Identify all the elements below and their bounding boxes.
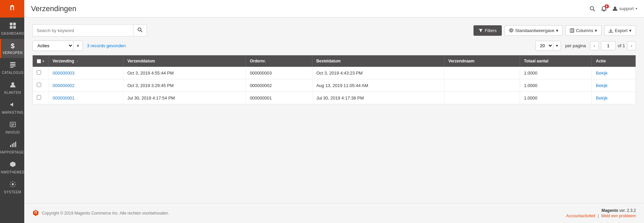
svg-rect-13 [10,145,11,147]
toolbar-right: Filters Standaardweergave ▾ Columns ▾ Ex… [473,25,636,36]
sort-icon-verzending[interactable]: ↑ [76,59,78,63]
page-content: Filters Standaardweergave ▾ Columns ▾ Ex… [24,18,644,203]
row-ordernr: 000000001 [246,92,312,104]
inhoud-icon [9,121,16,130]
row-besteldatum: Oct 3, 2019 4:43:23 PM [312,67,444,79]
table-header-row: ▾ Verzending ↑ Verzenddatum Ordernr. Be [33,55,636,67]
search-submit-button[interactable] [133,25,147,36]
sidebar-item-label: NwdThemes [1,170,24,174]
svg-rect-4 [10,62,16,63]
klanten-icon [9,81,16,90]
search-input[interactable] [33,25,133,36]
next-page-button[interactable]: › [627,41,636,50]
header-actions: 6 support ▾ [589,6,637,12]
view-chevron-icon: ▾ [556,28,558,33]
footer-separator: | [598,214,599,218]
col-totaal-aantal: Totaal aantal [520,55,591,67]
report-problem-link[interactable]: Meld een probleem [601,214,636,218]
view-label: Standaardweergave [515,28,554,33]
action-bar: Acties ▾ 3 records gevonden 20 ▾ per pag… [32,40,636,51]
sidebar-item-verkopen[interactable]: $ Verkopen [0,39,24,58]
filter-button[interactable]: Filters [473,25,501,36]
sidebar-item-inhoud[interactable]: Inhoud [0,118,24,138]
row-ordernr: 000000002 [246,79,312,92]
svg-rect-2 [10,26,12,29]
col-actie-label: Actie [596,59,606,63]
search-box [32,24,147,36]
sidebar-item-rapportages[interactable]: Rapportages [0,138,24,158]
columns-label: Columns [576,28,593,33]
row-ordernr: 000000003 [246,67,312,79]
row-besteldatum: Aug 13, 2019 11:05:44 AM [312,79,444,92]
row-actie: Bekijk [592,67,636,79]
nwdthemes-icon [9,161,16,169]
systeem-icon [9,181,16,189]
per-page-select-wrapper: 20 ▾ [535,41,561,51]
magento-version: Magento ver. 2.3.2 [566,208,636,213]
columns-chevron-icon: ▾ [595,28,597,33]
col-verzenddatum-label: Verzenddatum [127,59,155,63]
svg-point-8 [11,82,14,85]
search-button[interactable] [589,6,595,12]
view-button[interactable]: Standaardweergave ▾ [504,25,563,36]
svg-rect-5 [10,64,16,65]
col-besteldatum-label: Besteldatum [316,59,341,63]
svg-rect-0 [10,23,12,25]
select-all-dropdown-icon[interactable]: ▾ [42,59,44,63]
sidebar-item-marketing[interactable]: Marketing [0,98,24,118]
catalogus-icon [9,61,16,70]
row-besteldatum: Jul 30, 2019 4:17:38 PM [312,92,444,104]
per-page-select[interactable]: 20 [536,41,553,50]
svg-line-23 [141,31,143,32]
row-totaal-aantal: 1.0000 [520,92,591,104]
col-verzendnaam-label: Verzendnaam [449,59,474,63]
user-menu-button[interactable]: support ▾ [612,6,637,11]
account-activity-link[interactable]: Accountactiviteit [566,214,595,218]
row-actie: Bekijk [592,92,636,104]
row-checkbox-cell [33,67,49,79]
col-verzending: Verzending ↑ [49,55,123,67]
table-row: 000000003 Oct 3, 2019 4:55:44 PM 0000000… [33,67,636,79]
row-checkbox[interactable] [37,95,41,100]
sidebar-item-klanten[interactable]: Klanten [0,78,24,98]
actions-select[interactable]: Acties [33,41,73,51]
verzending-link[interactable]: 000000002 [53,83,74,88]
footer-links: Accountactiviteit | Meld een probleem [566,214,636,218]
toolbar: Filters Standaardweergave ▾ Columns ▾ Ex… [32,24,636,36]
footer-right: Magento ver. 2.3.2 Accountactiviteit | M… [566,208,636,218]
sidebar-item-systeem[interactable]: Systeem [0,177,24,197]
page-total: of 1 [618,43,625,48]
row-checkbox[interactable] [37,83,41,87]
row-checkbox-cell [33,92,49,104]
row-checkbox[interactable] [37,70,41,75]
bekijk-link[interactable]: Bekijk [596,83,608,88]
bekijk-link[interactable]: Bekijk [596,71,608,76]
svg-rect-1 [13,23,16,25]
svg-rect-16 [15,142,16,147]
prev-page-button[interactable]: ‹ [590,41,599,50]
verzending-link[interactable]: 000000001 [53,95,74,101]
magento-version-label: Magento [602,208,618,213]
actions-dropdown-arrow[interactable]: ▾ [73,41,83,50]
sidebar-item-label: Klanten [4,91,21,94]
notifications-button[interactable]: 6 [601,6,607,12]
table-row: 000000002 Oct 3, 2019 3:29:45 PM 0000000… [33,79,636,92]
export-button[interactable]: Export ▾ [604,25,636,36]
verzending-link[interactable]: 000000003 [53,71,74,76]
sidebar-item-label: Dashboard [1,32,24,35]
svg-rect-14 [12,144,13,147]
page-number-input[interactable] [601,41,616,50]
verkopen-icon: $ [11,42,14,50]
page-title: Verzendingen [31,4,76,13]
action-bar-left: Acties ▾ 3 records gevonden [32,40,126,51]
per-page-dropdown-arrow[interactable]: ▾ [553,42,561,50]
svg-rect-11 [11,124,14,125]
sidebar-item-nwdthemes[interactable]: NwdThemes [0,158,24,177]
bekijk-link[interactable]: Bekijk [596,95,608,101]
sidebar-item-dashboard[interactable]: Dashboard [0,19,24,39]
select-all-checkbox[interactable] [37,59,41,63]
sidebar-item-catalogus[interactable]: Catalogus [0,58,24,78]
row-verzending: 000000001 [49,92,123,104]
svg-rect-12 [11,126,13,126]
columns-button[interactable]: Columns ▾ [565,25,602,36]
